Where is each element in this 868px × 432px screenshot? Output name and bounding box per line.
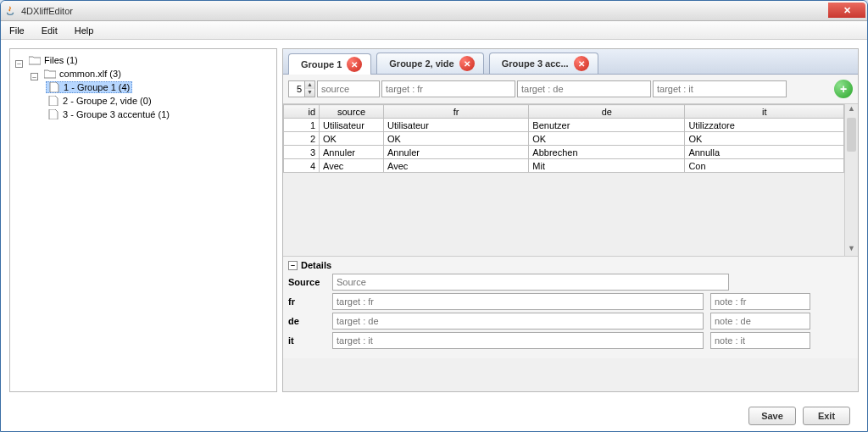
- new-de-input[interactable]: [517, 80, 651, 97]
- tree-panel: – Files (1) – common.xlf (3): [9, 48, 277, 392]
- menubar: File Edit Help: [1, 21, 867, 40]
- scroll-up-icon[interactable]: ▲: [845, 104, 858, 116]
- tree-item-groupe2[interactable]: 2 - Groupe 2, vide (0): [46, 96, 153, 106]
- app-window: 4DXliffEditor ✕ File Edit Help – Files (…: [0, 0, 868, 432]
- tree-root[interactable]: Files (1): [27, 55, 80, 65]
- table-row[interactable]: 2 OK OK OK OK: [284, 132, 844, 146]
- grid-area: id source fr de it 1 Utilisateur Utilisa…: [283, 103, 858, 256]
- tab-groupe3[interactable]: Groupe 3 acc... ✕: [489, 53, 598, 74]
- col-source[interactable]: source: [320, 105, 384, 119]
- detail-fr-note-input[interactable]: [710, 293, 810, 310]
- menu-help[interactable]: Help: [70, 24, 99, 37]
- spinner-down-icon[interactable]: ▼: [304, 89, 314, 97]
- detail-it-note-input[interactable]: [710, 332, 810, 349]
- label-it: it: [288, 335, 326, 346]
- save-button[interactable]: Save: [748, 407, 796, 425]
- add-button[interactable]: +: [834, 80, 853, 98]
- col-id[interactable]: id: [284, 105, 320, 119]
- window-title: 4DXliffEditor: [21, 6, 73, 16]
- tree-item-groupe1[interactable]: 1 - Groupe 1 (4): [46, 81, 132, 93]
- file-icon: [47, 96, 59, 106]
- content-area: – Files (1) – common.xlf (3): [1, 40, 867, 401]
- new-source-input[interactable]: [317, 80, 380, 97]
- id-spinner-input[interactable]: [289, 81, 304, 97]
- file-icon: [47, 109, 59, 119]
- right-panel: Groupe 1 ✕ Groupe 2, vide ✕ Groupe 3 acc…: [282, 48, 859, 392]
- details-header: – Details: [288, 260, 853, 270]
- titlebar: 4DXliffEditor ✕: [1, 1, 867, 21]
- details-panel: – Details Source fr de: [283, 256, 858, 358]
- label-source: Source: [288, 277, 326, 287]
- file-tree: – Files (1) – common.xlf (3): [14, 54, 273, 124]
- table-row[interactable]: 1 Utilisateur Utilisateur Benutzer Utili…: [284, 119, 844, 132]
- window-close-button[interactable]: ✕: [828, 3, 865, 18]
- tab-groupe1[interactable]: Groupe 1 ✕: [288, 53, 371, 75]
- scroll-down-icon[interactable]: ▼: [845, 244, 858, 256]
- col-fr[interactable]: fr: [384, 105, 529, 119]
- tab-groupe2[interactable]: Groupe 2, vide ✕: [376, 53, 483, 74]
- folder-icon: [29, 55, 41, 65]
- tab-bar: Groupe 1 ✕ Groupe 2, vide ✕ Groupe 3 acc…: [283, 49, 858, 75]
- col-de[interactable]: de: [529, 105, 685, 119]
- new-fr-input[interactable]: [381, 80, 515, 97]
- close-icon[interactable]: ✕: [459, 56, 475, 71]
- vertical-scrollbar[interactable]: ▲ ▼: [844, 104, 858, 256]
- new-it-input[interactable]: [653, 80, 787, 97]
- label-fr: fr: [288, 296, 326, 307]
- tree-item-groupe3[interactable]: 3 - Groupe 3 accentué (1): [46, 109, 171, 119]
- file-icon: [48, 82, 60, 92]
- detail-source-input[interactable]: [332, 274, 729, 291]
- menu-edit[interactable]: Edit: [36, 24, 63, 37]
- detail-de-target-input[interactable]: [332, 313, 704, 330]
- label-de: de: [288, 316, 326, 326]
- new-entry-row: ▲ ▼ +: [283, 75, 858, 103]
- close-icon[interactable]: ✕: [347, 57, 362, 72]
- spinner-up-icon[interactable]: ▲: [304, 81, 314, 89]
- footer: Save Exit: [1, 401, 867, 431]
- tree-toggle[interactable]: –: [31, 73, 38, 80]
- detail-it-target-input[interactable]: [332, 332, 704, 349]
- close-icon[interactable]: ✕: [574, 56, 589, 71]
- table-row[interactable]: 3 Annuler Annuler Abbrechen Annulla: [284, 146, 844, 159]
- java-icon: [4, 5, 16, 17]
- detail-fr-target-input[interactable]: [332, 293, 704, 310]
- table-row[interactable]: 4 Avec Avec Mit Con: [284, 159, 844, 173]
- id-spinner[interactable]: ▲ ▼: [288, 80, 315, 97]
- folder-icon: [44, 69, 56, 79]
- tree-file[interactable]: common.xlf (3): [42, 69, 123, 79]
- col-it[interactable]: it: [685, 105, 844, 119]
- collapse-toggle[interactable]: –: [288, 261, 298, 270]
- tree-toggle[interactable]: –: [15, 60, 23, 68]
- exit-button[interactable]: Exit: [803, 407, 850, 425]
- translation-table[interactable]: id source fr de it 1 Utilisateur Utilisa…: [283, 104, 844, 173]
- scroll-thumb[interactable]: [847, 118, 856, 152]
- menu-file[interactable]: File: [4, 24, 30, 37]
- detail-de-note-input[interactable]: [710, 313, 810, 330]
